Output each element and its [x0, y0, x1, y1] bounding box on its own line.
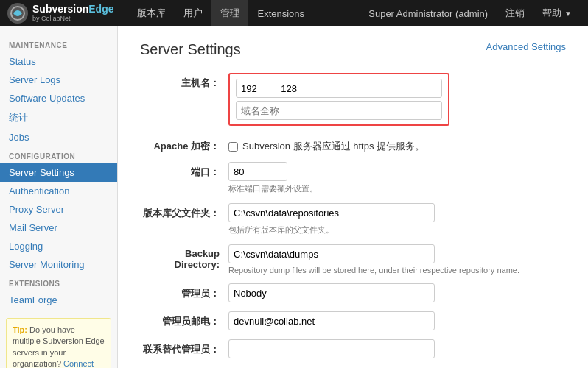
nav-item-repositories[interactable]: 版本库 [128, 0, 175, 26]
sidebar-item-server-settings[interactable]: Server Settings [0, 163, 117, 182]
sidebar-item-stats[interactable]: 统计 [0, 107, 117, 128]
admin-control [228, 283, 566, 302]
proxy-admin-label: 联系替代管理员： [140, 339, 228, 356]
sidebar-item-status[interactable]: Status [0, 52, 117, 71]
repo-folder-label: 版本库父文件夹： [140, 203, 228, 220]
backup-dir-control: Repository dump files will be stored her… [228, 244, 566, 275]
apache-ssl-row: Apache 加密： Subversion 服务器应通过 https 提供服务。 [140, 136, 566, 153]
main-content: Server Settings Advanced Settings 主机名： [118, 26, 588, 368]
nav-item-extensions[interactable]: Extensions [248, 0, 313, 26]
sidebar-section-configuration: CONFIGURATION [0, 146, 117, 163]
repo-folder-row: 版本库父文件夹： 包括所有版本库的父文件夹。 [140, 203, 566, 236]
hostname-fields [236, 79, 442, 120]
admin-row: 管理员： [140, 283, 566, 302]
proxy-admin-row: 联系替代管理员： [140, 339, 566, 358]
admin-input[interactable] [228, 283, 435, 302]
sidebar-item-proxy-server[interactable]: Proxy Server [0, 200, 117, 219]
sidebar-section-maintenance: MAINTENANCE [0, 35, 117, 52]
sidebar-item-server-logs[interactable]: Server Logs [0, 71, 117, 89]
backup-dir-label: Backup Directory: [140, 244, 228, 270]
admin-label: 管理员： [140, 283, 228, 300]
admin-email-label: 管理员邮电： [140, 311, 228, 328]
logo-text: SubversionEdge by CollabNet [32, 4, 113, 22]
sidebar-section-extensions: EXTENSIONS [0, 274, 117, 291]
nav-item-logout[interactable]: 注销 [497, 0, 533, 26]
tip-label: Tip: [13, 325, 27, 334]
logo-sub-text: by CollabNet [32, 15, 113, 23]
repo-folder-control: 包括所有版本库的父文件夹。 [228, 203, 566, 236]
sidebar-tip: Tip: Do you have multiple Subversion Edg… [6, 318, 111, 368]
port-row: 端口： 标准端口需要额外设置。 [140, 162, 566, 194]
hostname-control-area [228, 73, 566, 127]
backup-dir-row: Backup Directory: Repository dump files … [140, 244, 566, 275]
sidebar-item-teamforge[interactable]: TeamForge [0, 291, 117, 309]
nav-item-manage[interactable]: 管理 [211, 0, 248, 26]
hostname-box [228, 73, 449, 126]
help-caret-icon: ▼ [564, 10, 572, 18]
page-header: Server Settings Advanced Settings [140, 41, 566, 58]
port-hint: 标准端口需要额外设置。 [228, 183, 566, 194]
admin-email-control [228, 311, 566, 330]
proxy-admin-control [228, 339, 566, 358]
sidebar: MAINTENANCE Status Server Logs Software … [0, 26, 118, 368]
admin-email-row: 管理员邮电： [140, 311, 566, 330]
nav-items: 版本库 用户 管理 Extensions [128, 0, 360, 26]
layout: MAINTENANCE Status Server Logs Software … [0, 26, 588, 368]
sidebar-item-mail-server[interactable]: Mail Server [0, 219, 117, 237]
hostname-row: 主机名： [140, 73, 566, 127]
backup-dir-input[interactable] [228, 244, 435, 263]
sidebar-item-server-monitoring[interactable]: Server Monitoring [0, 255, 117, 274]
advanced-settings-link[interactable]: Advanced Settings [486, 41, 566, 52]
apache-ssl-checkbox[interactable] [228, 142, 238, 152]
apache-ssl-checkbox-row: Subversion 服务器应通过 https 提供服务。 [228, 136, 566, 153]
proxy-admin-input[interactable] [228, 339, 435, 358]
sidebar-item-authentication[interactable]: Authentication [0, 182, 117, 200]
sidebar-item-software-updates[interactable]: Software Updates [0, 89, 117, 107]
logo-icon [7, 3, 28, 24]
nav-item-admin: Super Administrator (admin) [360, 0, 497, 26]
apache-ssl-label: Apache 加密： [140, 136, 228, 153]
server-settings-form: 主机名： Apache 加密： Subversion 服务 [140, 73, 566, 368]
hostname-label: 主机名： [140, 73, 228, 90]
repo-folder-hint: 包括所有版本库的父文件夹。 [228, 224, 566, 236]
apache-ssl-text: Subversion 服务器应通过 https 提供服务。 [242, 140, 424, 153]
backup-dir-hint: Repository dump files will be stored her… [228, 266, 566, 275]
apache-ssl-control: Subversion 服务器应通过 https 提供服务。 [228, 136, 566, 153]
logo: SubversionEdge by CollabNet [7, 3, 113, 24]
sidebar-item-jobs[interactable]: Jobs [0, 128, 117, 146]
port-input[interactable] [228, 162, 287, 181]
domain-input[interactable] [236, 101, 442, 120]
tip-connect-link[interactable]: Connect [63, 359, 94, 368]
nav-item-users[interactable]: 用户 [175, 0, 211, 26]
top-nav: SubversionEdge by CollabNet 版本库 用户 管理 Ex… [0, 0, 588, 26]
hostname-input[interactable] [236, 79, 442, 98]
page-title: Server Settings [140, 41, 241, 58]
port-control: 标准端口需要额外设置。 [228, 162, 566, 194]
nav-right: Super Administrator (admin) 注销 帮助 ▼ [360, 0, 581, 26]
port-label: 端口： [140, 162, 228, 179]
logo-main-text: SubversionEdge [32, 4, 113, 15]
sidebar-item-logging[interactable]: Logging [0, 237, 117, 255]
admin-email-input[interactable] [228, 311, 435, 330]
nav-item-help[interactable]: 帮助 ▼ [533, 0, 581, 26]
repo-folder-input[interactable] [228, 203, 435, 222]
